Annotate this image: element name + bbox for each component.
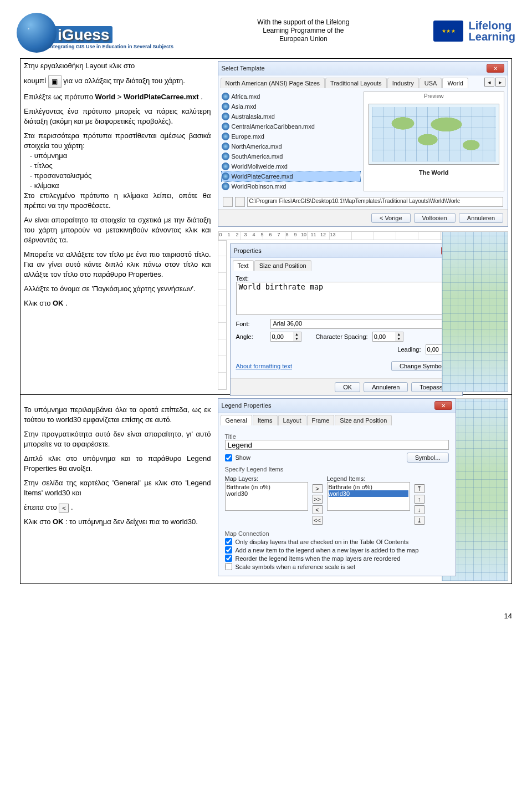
tab-usa[interactable]: USA xyxy=(420,78,442,88)
template-list[interactable]: Africa.mxd Asia.mxd Australasia.mxd Cent… xyxy=(222,92,360,191)
tab-items[interactable]: Items xyxy=(253,415,278,425)
map-layers-listbox[interactable]: Birthrate (in o%) world30 xyxy=(225,482,308,511)
charspacing-stepper[interactable]: ▲▼ xyxy=(372,332,403,342)
tab-size-position[interactable]: Size and Position xyxy=(254,260,311,271)
screenshot-cell-1: Select Template ✕ North American (ANSI) … xyxy=(214,59,512,395)
view-mode-icon[interactable] xyxy=(223,197,233,207)
globe-icon xyxy=(222,182,229,190)
change-layout-button-icon[interactable]: ▣ xyxy=(48,75,62,88)
template-item: Asia.mxd xyxy=(222,101,360,111)
template-item: WorldMollweide.mxd xyxy=(222,161,360,171)
lifelong-learning-badge: Lifelong Learning xyxy=(433,20,515,42)
font-display: Arial 36,00 xyxy=(270,319,457,329)
globe-icon xyxy=(17,13,57,53)
screenshot-cell-2: Legend Properties ✕ General Items Layout… xyxy=(214,395,512,584)
instructions-cell-1: Στην εργαλειοθήκη Layout κλικ στο κουμπί… xyxy=(21,59,214,395)
tab-sizepos[interactable]: Size and Position xyxy=(335,415,392,425)
template-item: SouthAmerica.mxd xyxy=(222,151,360,161)
cancel-button[interactable]: Annuleren xyxy=(364,382,408,392)
symbol-button[interactable]: Symbol... xyxy=(407,453,449,463)
show-checkbox[interactable] xyxy=(225,454,232,461)
cancel-button[interactable]: Annuleren xyxy=(459,213,503,223)
properties-dialog: Properties ✕ Text Size and Position Text… xyxy=(230,243,463,396)
move-down-button[interactable]: ↓ xyxy=(415,505,424,514)
tab-layout[interactable]: Layout xyxy=(278,415,306,425)
globe-icon xyxy=(222,153,229,160)
angle-stepper[interactable]: ▲▼ xyxy=(270,332,301,342)
back-button[interactable]: < Vorige xyxy=(371,213,411,223)
page-number: 14 xyxy=(0,601,532,626)
logo-title: iGuess xyxy=(49,26,112,43)
add-all-button[interactable]: >> xyxy=(313,495,323,504)
template-path-field[interactable]: C:\Program Files\ArcGIS\Desktop10.1\MapT… xyxy=(247,197,504,207)
move-top-button[interactable]: ⤒ xyxy=(415,484,424,493)
tab-world[interactable]: World xyxy=(442,78,468,88)
tab-frame[interactable]: Frame xyxy=(307,415,335,425)
tab-traditional[interactable]: Traditional Layouts xyxy=(325,78,387,88)
template-preview: Preview The World xyxy=(364,92,505,191)
chk-add-new[interactable] xyxy=(225,546,232,554)
globe-icon xyxy=(222,172,229,180)
tab-ansi[interactable]: North American (ANSI) Page Sizes xyxy=(221,78,325,88)
move-up-button[interactable]: ↑ xyxy=(415,495,424,504)
remove-item-button[interactable]: < xyxy=(313,505,323,514)
tab-general[interactable]: General xyxy=(221,415,252,425)
chk-reorder[interactable] xyxy=(225,555,232,562)
finish-button[interactable]: Voltooien xyxy=(414,213,456,223)
legend-items-listbox[interactable]: Birthrate (in o%) world30 xyxy=(327,482,410,511)
chk-scale[interactable] xyxy=(225,563,232,570)
template-item-selected: WorldPlateCarree.mxd xyxy=(222,171,360,181)
template-item: Australasia.mxd xyxy=(222,111,360,121)
world-map-thumbnail xyxy=(369,104,500,165)
tab-text[interactable]: Text xyxy=(233,260,254,271)
instructions-cell-2: Το υπόμνημα περιλαμβάνει όλα τα ορατά επ… xyxy=(21,395,214,584)
view-list-icon[interactable] xyxy=(235,197,245,207)
support-text: With the support of the Lifelong Learnin… xyxy=(257,18,349,43)
globe-icon xyxy=(222,103,229,110)
vertical-ruler xyxy=(218,240,227,390)
template-item: Africa.mxd xyxy=(222,92,360,101)
title-text-input[interactable] xyxy=(236,282,457,315)
about-formatting-link[interactable]: About formatting text xyxy=(236,363,293,369)
globe-icon xyxy=(222,113,229,120)
globe-icon xyxy=(222,123,229,130)
remove-all-button[interactable]: << xyxy=(313,516,323,525)
logo-subtitle: Integrating GIS Use in Education in Seve… xyxy=(49,44,173,49)
legend-properties-dialog: Legend Properties ✕ General Items Layout… xyxy=(218,398,456,576)
iguess-logo: iGuess Integrating GIS Use in Education … xyxy=(17,13,173,49)
template-item: Europe.mxd xyxy=(222,131,360,141)
template-tabs: North American (ANSI) Page Sizes Traditi… xyxy=(218,75,508,88)
globe-icon xyxy=(222,163,229,170)
map-canvas-strip xyxy=(442,231,508,392)
dialog-title: Legend Properties xyxy=(222,402,272,409)
tab-scroll-right-icon[interactable]: ▸ xyxy=(495,78,505,87)
close-icon[interactable]: ✕ xyxy=(434,401,452,410)
template-item: CentralAmericaCaribbean.mxd xyxy=(222,121,360,131)
close-icon[interactable]: ✕ xyxy=(487,64,504,73)
globe-icon xyxy=(222,143,229,150)
select-template-dialog: Select Template ✕ North American (ANSI) … xyxy=(218,61,509,227)
template-item: WorldRobinson.mxd xyxy=(222,181,360,191)
eu-flag-icon xyxy=(433,21,463,42)
globe-icon xyxy=(222,133,229,140)
legend-title-input[interactable] xyxy=(225,440,449,450)
page-header: iGuess Integrating GIS Use in Education … xyxy=(0,0,532,58)
template-item: NorthAmerica.mxd xyxy=(222,141,360,151)
ok-button[interactable]: OK xyxy=(335,382,360,392)
chk-only-visible[interactable] xyxy=(225,538,232,545)
dialog-title: Properties xyxy=(234,247,262,254)
globe-icon xyxy=(222,93,229,100)
tab-industry[interactable]: Industry xyxy=(387,78,419,88)
add-item-button[interactable]: > xyxy=(313,484,323,493)
move-left-button-icon[interactable]: < xyxy=(59,504,69,512)
tab-scroll-left-icon[interactable]: ◂ xyxy=(484,78,494,87)
move-bottom-button[interactable]: ⤓ xyxy=(415,516,424,525)
dialog-title: Select Template xyxy=(222,65,265,72)
